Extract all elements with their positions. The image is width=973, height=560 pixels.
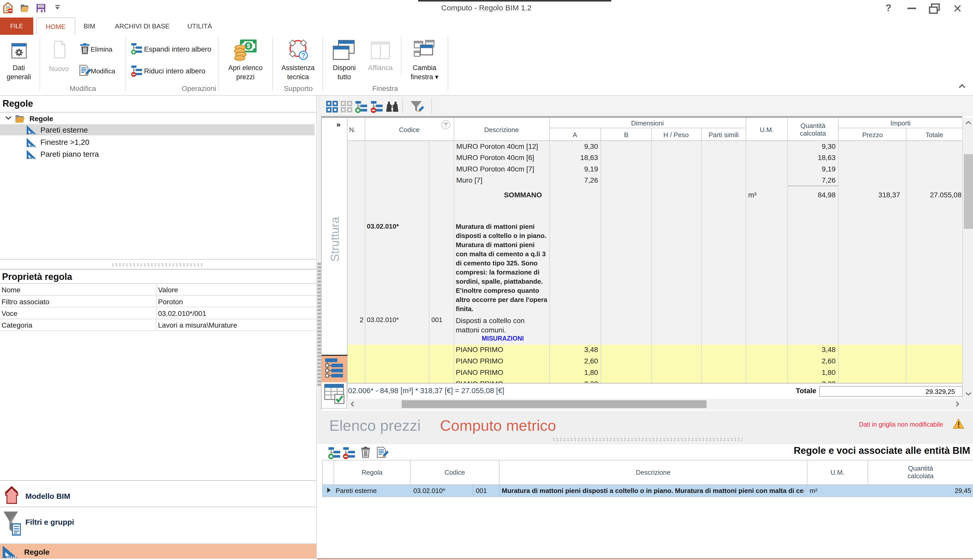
svg-text:?: ? <box>301 52 305 60</box>
svg-text:$: $ <box>247 42 250 49</box>
